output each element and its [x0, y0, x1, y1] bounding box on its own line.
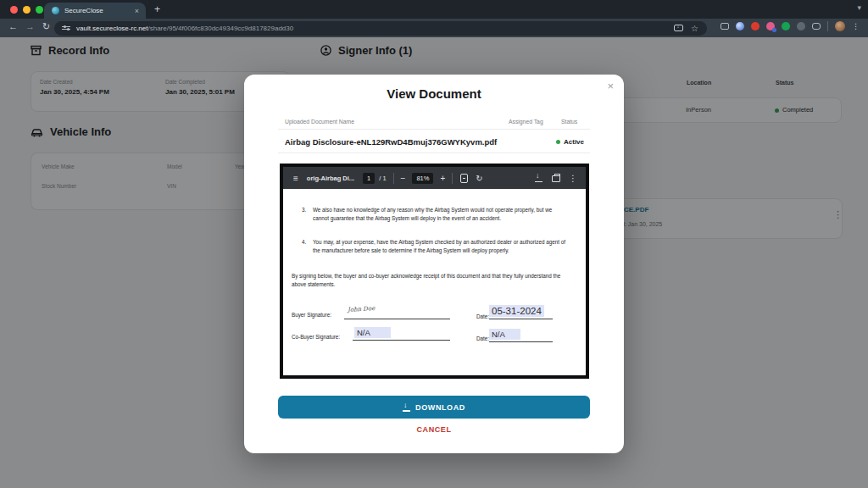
macos-zoom-button[interactable] — [36, 6, 43, 14]
pdf-download-icon[interactable] — [535, 174, 542, 182]
tab-title: SecureClose — [64, 7, 103, 14]
header-status: Status — [561, 119, 577, 125]
uploaded-document-name: Airbag Disclosure-eNL129RwD4Bmuj376GWYKy… — [285, 137, 497, 147]
cobuyer-signature-label: Co-Buyer Signature: — [292, 333, 340, 341]
extension-icons-row: ⋮ — [721, 21, 860, 31]
browser-tab[interactable]: SecureClose × — [44, 3, 146, 19]
buyer-date-value: 05-31-2024 — [489, 305, 544, 317]
pdf-zoom-level[interactable]: 81% — [412, 173, 433, 184]
table-divider-bottom — [278, 152, 590, 153]
cobuyer-date-value: N/A — [489, 329, 520, 340]
back-icon[interactable]: ← — [8, 21, 18, 31]
browser-menu-icon[interactable]: ⋮ — [852, 22, 860, 30]
site-settings-icon[interactable] — [62, 25, 70, 31]
buyer-date-line — [489, 319, 553, 319]
cobuyer-date-label: Date: — [476, 335, 489, 343]
item3-text: We also have no knowledge of any reason … — [313, 206, 564, 223]
document-status-badge: Active — [556, 138, 584, 146]
send-to-device-icon[interactable] — [674, 25, 683, 31]
pdf-page-content: 3. We also have no knowledge of any reas… — [283, 189, 586, 375]
extension-green-icon[interactable] — [782, 22, 790, 30]
macos-minimize-button[interactable] — [23, 6, 31, 14]
acknowledgement-text: By signing below, the buyer and co-buyer… — [292, 272, 563, 289]
view-document-modal: View Document × Uploaded Document Name A… — [244, 75, 624, 453]
buyer-date-label: Date: — [476, 313, 489, 321]
pdf-zoom-out-icon[interactable]: − — [401, 174, 406, 183]
tab-search-chevron-icon[interactable]: ▾ — [857, 3, 861, 12]
extensions-puzzle-icon[interactable] — [812, 23, 821, 30]
modal-close-icon[interactable]: × — [607, 80, 614, 92]
pdf-rotate-icon[interactable]: ↻ — [476, 174, 482, 183]
download-button[interactable]: DOWNLOAD — [278, 396, 590, 419]
header-uploaded-document-name: Uploaded Document Name — [285, 119, 354, 125]
forward-icon[interactable]: → — [25, 21, 35, 31]
pdf-more-icon[interactable]: ⋮ — [569, 174, 577, 183]
browser-toolbar: ← → ↻ vault.secureclose-rc.net/share/95/… — [0, 19, 868, 37]
cobuyer-date-line — [489, 341, 553, 342]
extension-pink-icon[interactable] — [766, 22, 775, 30]
modal-title: View Document — [244, 86, 624, 101]
pdf-page-total: / 1 — [379, 175, 386, 182]
toolbar-divider — [827, 21, 828, 31]
pdf-menu-icon[interactable]: ≡ — [293, 174, 298, 183]
item4-text: You may, at your expense, have the Airba… — [313, 238, 567, 255]
item3-number: 3. — [302, 206, 312, 214]
pdf-fit-page-icon[interactable] — [460, 174, 468, 183]
pdf-page-input[interactable]: 1 — [363, 173, 375, 184]
browser-tab-strip: SecureClose × + ▾ — [0, 0, 868, 19]
table-divider-top — [278, 129, 590, 130]
pdf-print-icon[interactable] — [552, 175, 560, 182]
cobuyer-signature-value: N/A — [354, 327, 391, 338]
pdf-toolbar: ≡ orig-Airbag Di... 1 / 1 − 81% + ↻ ⋮ — [283, 167, 586, 189]
macos-close-button[interactable] — [10, 6, 18, 14]
new-tab-button[interactable]: + — [154, 3, 160, 15]
extension-blue-icon[interactable] — [736, 22, 744, 30]
header-assigned-tag: Assigned Tag — [509, 119, 543, 125]
extension-red-icon[interactable] — [751, 22, 760, 30]
pdf-toolbar-divider2 — [452, 173, 453, 184]
profile-avatar[interactable] — [835, 21, 845, 31]
url-path: /share/95/4f006fc830dc49349cc9d817829add… — [147, 25, 293, 32]
url-host: vault.secureclose-rc.net — [76, 25, 147, 32]
screen: SecureClose × + ▾ ← → ↻ vault.secureclos… — [0, 0, 868, 488]
active-green-dot — [556, 140, 560, 144]
bookmark-star-icon[interactable]: ☆ — [691, 24, 698, 33]
extension-gray-icon[interactable] — [797, 22, 805, 30]
cobuyer-signature-line — [353, 340, 450, 341]
pdf-zoom-in-icon[interactable]: + — [440, 174, 445, 183]
buyer-signature-label: Buyer Signature: — [292, 311, 331, 319]
tab-close-icon[interactable]: × — [135, 7, 139, 15]
split-view-icon[interactable] — [721, 23, 729, 30]
pdf-filename: orig-Airbag Di... — [307, 175, 354, 182]
pdf-toolbar-divider — [393, 173, 394, 184]
download-icon — [403, 403, 410, 412]
item4-number: 4. — [302, 238, 312, 247]
buyer-signature-line — [344, 319, 450, 319]
pdf-viewer: ≡ orig-Airbag Di... 1 / 1 − 81% + ↻ ⋮ 3.… — [280, 164, 589, 379]
reload-icon[interactable]: ↻ — [42, 21, 50, 32]
address-bar[interactable]: vault.secureclose-rc.net/share/95/4f006f… — [54, 21, 707, 36]
extension-badge — [772, 28, 776, 32]
tab-favicon — [52, 7, 59, 14]
cancel-button[interactable]: CANCEL — [244, 425, 624, 434]
buyer-signature-value: John Doe — [348, 305, 376, 313]
